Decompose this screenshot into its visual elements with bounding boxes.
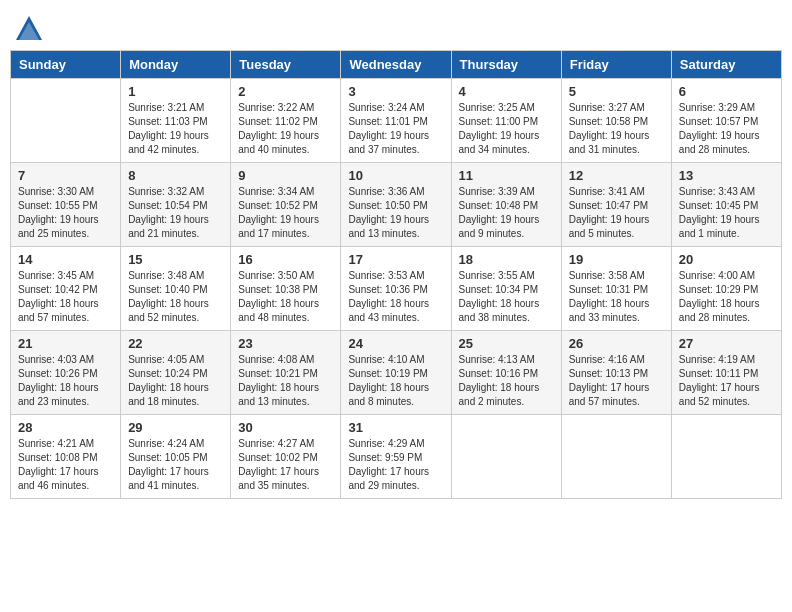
day-detail: Sunrise: 3:53 AM Sunset: 10:36 PM Daylig… — [348, 269, 443, 325]
calendar-week-row: 21Sunrise: 4:03 AM Sunset: 10:26 PM Dayl… — [11, 331, 782, 415]
day-number: 17 — [348, 252, 443, 267]
calendar-cell — [561, 415, 671, 499]
calendar-cell: 30Sunrise: 4:27 AM Sunset: 10:02 PM Dayl… — [231, 415, 341, 499]
calendar-cell: 3Sunrise: 3:24 AM Sunset: 11:01 PM Dayli… — [341, 79, 451, 163]
day-detail: Sunrise: 3:50 AM Sunset: 10:38 PM Daylig… — [238, 269, 333, 325]
day-detail: Sunrise: 4:08 AM Sunset: 10:21 PM Daylig… — [238, 353, 333, 409]
day-detail: Sunrise: 3:21 AM Sunset: 11:03 PM Daylig… — [128, 101, 223, 157]
calendar-cell: 9Sunrise: 3:34 AM Sunset: 10:52 PM Dayli… — [231, 163, 341, 247]
day-number: 10 — [348, 168, 443, 183]
calendar-cell: 5Sunrise: 3:27 AM Sunset: 10:58 PM Dayli… — [561, 79, 671, 163]
calendar-cell: 25Sunrise: 4:13 AM Sunset: 10:16 PM Dayl… — [451, 331, 561, 415]
calendar-cell: 1Sunrise: 3:21 AM Sunset: 11:03 PM Dayli… — [121, 79, 231, 163]
col-saturday: Saturday — [671, 51, 781, 79]
calendar-week-row: 1Sunrise: 3:21 AM Sunset: 11:03 PM Dayli… — [11, 79, 782, 163]
day-number: 6 — [679, 84, 774, 99]
calendar-cell: 13Sunrise: 3:43 AM Sunset: 10:45 PM Dayl… — [671, 163, 781, 247]
calendar-cell: 2Sunrise: 3:22 AM Sunset: 11:02 PM Dayli… — [231, 79, 341, 163]
page-header — [10, 10, 782, 44]
day-number: 26 — [569, 336, 664, 351]
day-number: 20 — [679, 252, 774, 267]
day-detail: Sunrise: 3:22 AM Sunset: 11:02 PM Daylig… — [238, 101, 333, 157]
day-detail: Sunrise: 3:34 AM Sunset: 10:52 PM Daylig… — [238, 185, 333, 241]
calendar-cell: 27Sunrise: 4:19 AM Sunset: 10:11 PM Dayl… — [671, 331, 781, 415]
day-number: 11 — [459, 168, 554, 183]
calendar-cell: 6Sunrise: 3:29 AM Sunset: 10:57 PM Dayli… — [671, 79, 781, 163]
calendar-cell: 26Sunrise: 4:16 AM Sunset: 10:13 PM Dayl… — [561, 331, 671, 415]
calendar-cell: 4Sunrise: 3:25 AM Sunset: 11:00 PM Dayli… — [451, 79, 561, 163]
calendar-cell: 19Sunrise: 3:58 AM Sunset: 10:31 PM Dayl… — [561, 247, 671, 331]
day-number: 3 — [348, 84, 443, 99]
day-detail: Sunrise: 4:19 AM Sunset: 10:11 PM Daylig… — [679, 353, 774, 409]
calendar-cell: 15Sunrise: 3:48 AM Sunset: 10:40 PM Dayl… — [121, 247, 231, 331]
day-detail: Sunrise: 3:41 AM Sunset: 10:47 PM Daylig… — [569, 185, 664, 241]
day-number: 31 — [348, 420, 443, 435]
calendar-week-row: 28Sunrise: 4:21 AM Sunset: 10:08 PM Dayl… — [11, 415, 782, 499]
logo — [14, 14, 48, 44]
calendar-cell: 17Sunrise: 3:53 AM Sunset: 10:36 PM Dayl… — [341, 247, 451, 331]
calendar-cell: 29Sunrise: 4:24 AM Sunset: 10:05 PM Dayl… — [121, 415, 231, 499]
calendar-cell — [451, 415, 561, 499]
day-detail: Sunrise: 3:27 AM Sunset: 10:58 PM Daylig… — [569, 101, 664, 157]
day-detail: Sunrise: 4:00 AM Sunset: 10:29 PM Daylig… — [679, 269, 774, 325]
day-detail: Sunrise: 3:45 AM Sunset: 10:42 PM Daylig… — [18, 269, 113, 325]
day-detail: Sunrise: 4:24 AM Sunset: 10:05 PM Daylig… — [128, 437, 223, 493]
day-number: 8 — [128, 168, 223, 183]
col-monday: Monday — [121, 51, 231, 79]
day-number: 13 — [679, 168, 774, 183]
calendar-cell: 28Sunrise: 4:21 AM Sunset: 10:08 PM Dayl… — [11, 415, 121, 499]
day-detail: Sunrise: 4:27 AM Sunset: 10:02 PM Daylig… — [238, 437, 333, 493]
day-number: 21 — [18, 336, 113, 351]
day-detail: Sunrise: 3:29 AM Sunset: 10:57 PM Daylig… — [679, 101, 774, 157]
day-detail: Sunrise: 3:36 AM Sunset: 10:50 PM Daylig… — [348, 185, 443, 241]
col-tuesday: Tuesday — [231, 51, 341, 79]
day-detail: Sunrise: 4:03 AM Sunset: 10:26 PM Daylig… — [18, 353, 113, 409]
day-number: 1 — [128, 84, 223, 99]
day-number: 23 — [238, 336, 333, 351]
day-number: 5 — [569, 84, 664, 99]
calendar-cell: 20Sunrise: 4:00 AM Sunset: 10:29 PM Dayl… — [671, 247, 781, 331]
day-number: 27 — [679, 336, 774, 351]
calendar-cell: 18Sunrise: 3:55 AM Sunset: 10:34 PM Dayl… — [451, 247, 561, 331]
day-detail: Sunrise: 3:55 AM Sunset: 10:34 PM Daylig… — [459, 269, 554, 325]
day-number: 19 — [569, 252, 664, 267]
calendar-cell: 8Sunrise: 3:32 AM Sunset: 10:54 PM Dayli… — [121, 163, 231, 247]
day-number: 25 — [459, 336, 554, 351]
calendar-cell — [11, 79, 121, 163]
calendar-cell: 7Sunrise: 3:30 AM Sunset: 10:55 PM Dayli… — [11, 163, 121, 247]
day-detail: Sunrise: 4:29 AM Sunset: 9:59 PM Dayligh… — [348, 437, 443, 493]
calendar-cell: 23Sunrise: 4:08 AM Sunset: 10:21 PM Dayl… — [231, 331, 341, 415]
calendar-cell: 22Sunrise: 4:05 AM Sunset: 10:24 PM Dayl… — [121, 331, 231, 415]
day-number: 15 — [128, 252, 223, 267]
col-wednesday: Wednesday — [341, 51, 451, 79]
col-friday: Friday — [561, 51, 671, 79]
day-number: 18 — [459, 252, 554, 267]
day-detail: Sunrise: 4:05 AM Sunset: 10:24 PM Daylig… — [128, 353, 223, 409]
calendar-week-row: 14Sunrise: 3:45 AM Sunset: 10:42 PM Dayl… — [11, 247, 782, 331]
day-number: 30 — [238, 420, 333, 435]
day-detail: Sunrise: 3:39 AM Sunset: 10:48 PM Daylig… — [459, 185, 554, 241]
calendar-cell: 16Sunrise: 3:50 AM Sunset: 10:38 PM Dayl… — [231, 247, 341, 331]
col-thursday: Thursday — [451, 51, 561, 79]
day-number: 29 — [128, 420, 223, 435]
day-number: 24 — [348, 336, 443, 351]
calendar-cell: 11Sunrise: 3:39 AM Sunset: 10:48 PM Dayl… — [451, 163, 561, 247]
day-number: 22 — [128, 336, 223, 351]
calendar-cell: 12Sunrise: 3:41 AM Sunset: 10:47 PM Dayl… — [561, 163, 671, 247]
header-row: Sunday Monday Tuesday Wednesday Thursday… — [11, 51, 782, 79]
logo-icon — [14, 14, 44, 44]
calendar-week-row: 7Sunrise: 3:30 AM Sunset: 10:55 PM Dayli… — [11, 163, 782, 247]
day-detail: Sunrise: 3:48 AM Sunset: 10:40 PM Daylig… — [128, 269, 223, 325]
day-detail: Sunrise: 3:24 AM Sunset: 11:01 PM Daylig… — [348, 101, 443, 157]
calendar-cell: 31Sunrise: 4:29 AM Sunset: 9:59 PM Dayli… — [341, 415, 451, 499]
calendar-table: Sunday Monday Tuesday Wednesday Thursday… — [10, 50, 782, 499]
calendar-header: Sunday Monday Tuesday Wednesday Thursday… — [11, 51, 782, 79]
day-number: 16 — [238, 252, 333, 267]
day-detail: Sunrise: 4:13 AM Sunset: 10:16 PM Daylig… — [459, 353, 554, 409]
calendar-body: 1Sunrise: 3:21 AM Sunset: 11:03 PM Dayli… — [11, 79, 782, 499]
day-detail: Sunrise: 3:43 AM Sunset: 10:45 PM Daylig… — [679, 185, 774, 241]
calendar-cell — [671, 415, 781, 499]
day-number: 12 — [569, 168, 664, 183]
calendar-cell: 21Sunrise: 4:03 AM Sunset: 10:26 PM Dayl… — [11, 331, 121, 415]
day-number: 2 — [238, 84, 333, 99]
